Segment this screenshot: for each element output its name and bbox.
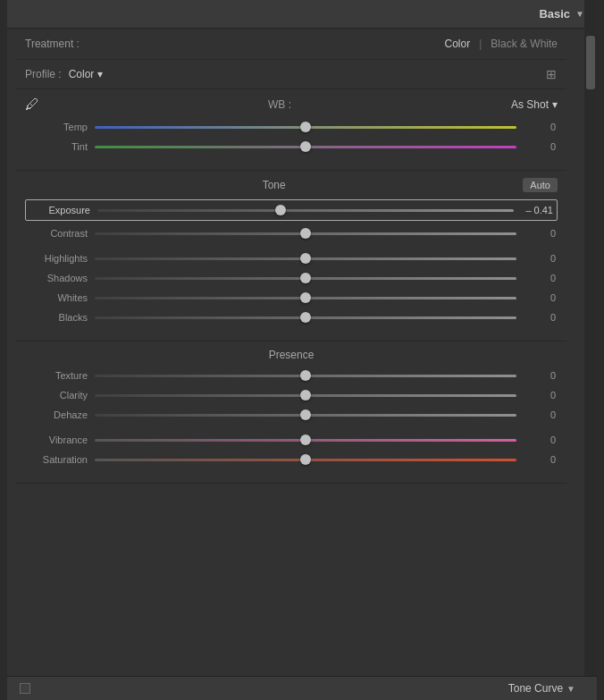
temp-slider[interactable] (95, 120, 516, 134)
vibrance-label: Vibrance (27, 434, 88, 445)
saturation-value: 0 (524, 454, 556, 465)
temp-thumb[interactable] (300, 122, 311, 132)
wb-label: WB : (48, 98, 511, 111)
texture-thumb[interactable] (300, 370, 311, 381)
dehaze-label: Dehaze (27, 409, 88, 420)
tone-header: Tone Auto (25, 178, 558, 192)
texture-track (95, 375, 516, 377)
temp-label: Temp (27, 122, 88, 132)
whites-label: Whites (27, 292, 88, 303)
clarity-value: 0 (524, 390, 556, 401)
blacks-value: 0 (524, 312, 556, 323)
panel-footer: Tone Curve ▼ (7, 676, 597, 700)
exposure-value: – 0.41 (521, 205, 553, 215)
shadows-value: 0 (524, 273, 556, 283)
profile-value-text: Color (69, 68, 95, 80)
shadows-row: Shadows 0 (25, 271, 558, 285)
basic-panel: Basic ▼ Treatment : Color | Black & Whit… (7, 0, 597, 700)
whites-track (95, 297, 516, 299)
contrast-value: 0 (524, 228, 556, 239)
exposure-slider[interactable] (97, 203, 514, 217)
clarity-track (95, 394, 516, 397)
tint-track (95, 146, 516, 148)
saturation-label: Saturation (27, 454, 88, 465)
exposure-thumb[interactable] (275, 205, 286, 215)
wb-dropdown[interactable]: As Shot ▾ (511, 98, 558, 111)
dehaze-row: Dehaze 0 (25, 408, 558, 422)
exposure-row: Exposure – 0.41 (25, 199, 558, 221)
texture-row: Texture 0 (25, 368, 558, 383)
blacks-thumb[interactable] (300, 312, 311, 323)
vibrance-row: Vibrance 0 (25, 433, 558, 447)
contrast-thumb[interactable] (300, 228, 311, 239)
footer-square-icon[interactable] (20, 683, 30, 694)
treatment-row: Treatment : Color | Black & White (16, 29, 566, 60)
tone-section: Tone Auto Exposure – 0.41 Contrast (16, 171, 566, 342)
panel-title: Basic (539, 7, 570, 21)
presence-title: Presence (25, 349, 558, 361)
clarity-label: Clarity (27, 390, 88, 401)
dehaze-value: 0 (524, 409, 556, 420)
panel-header: Basic ▼ (7, 0, 597, 29)
scrollbar[interactable] (584, 0, 597, 700)
highlights-row: Highlights 0 (25, 251, 558, 266)
blacks-slider[interactable] (95, 310, 516, 325)
presence-section: Presence Texture 0 Clarity (16, 342, 566, 484)
profile-dropdown[interactable]: Color ▾ (69, 68, 104, 80)
treatment-separator: | (479, 38, 482, 50)
profile-label: Profile : (25, 68, 62, 80)
whites-row: Whites 0 (25, 291, 558, 305)
vibrance-slider[interactable] (95, 433, 516, 447)
clarity-thumb[interactable] (300, 390, 311, 401)
highlights-thumb[interactable] (300, 253, 311, 264)
exposure-track (97, 209, 514, 212)
scrollbar-thumb[interactable] (586, 36, 595, 89)
whites-thumb[interactable] (300, 292, 311, 303)
saturation-row: Saturation 0 (25, 452, 558, 467)
contrast-row: Contrast 0 (25, 226, 558, 240)
vibrance-value: 0 (524, 434, 556, 445)
highlights-slider[interactable] (95, 251, 516, 266)
auto-button[interactable]: Auto (523, 178, 558, 192)
contrast-slider[interactable] (95, 226, 516, 240)
saturation-slider[interactable] (95, 452, 516, 467)
temp-value: 0 (524, 122, 556, 132)
profile-row: Profile : Color ▾ ⊞ (16, 60, 566, 89)
tint-value: 0 (524, 141, 556, 152)
highlights-label: Highlights (27, 253, 88, 264)
blacks-label: Blacks (27, 312, 88, 323)
texture-slider[interactable] (95, 368, 516, 383)
shadows-thumb[interactable] (300, 273, 311, 283)
highlights-value: 0 (524, 253, 556, 264)
saturation-thumb[interactable] (300, 454, 311, 465)
dehaze-slider[interactable] (95, 408, 516, 422)
whites-slider[interactable] (95, 291, 516, 305)
tint-row: Tint 0 (25, 139, 558, 154)
dehaze-track (95, 414, 516, 417)
shadows-slider[interactable] (95, 271, 516, 285)
tint-slider[interactable] (95, 139, 516, 154)
shadows-track (95, 277, 516, 280)
highlights-track (95, 257, 516, 260)
profile-grid-icon[interactable]: ⊞ (546, 67, 558, 81)
wb-section: 🖊 WB : As Shot ▾ Temp 0 Tint (16, 89, 566, 171)
next-panel-arrow: ▼ (566, 684, 575, 694)
wb-header: 🖊 WB : As Shot ▾ (25, 97, 558, 113)
clarity-slider[interactable] (95, 388, 516, 402)
temp-row: Temp 0 (25, 120, 558, 134)
treatment-label: Treatment : (25, 38, 80, 50)
contrast-track (95, 232, 516, 235)
vibrance-thumb[interactable] (300, 434, 311, 445)
tint-label: Tint (27, 141, 88, 152)
eyedropper-icon[interactable]: 🖊 (25, 97, 39, 113)
treatment-bw-button[interactable]: Black & White (491, 38, 558, 50)
texture-label: Texture (27, 370, 88, 381)
dehaze-thumb[interactable] (300, 409, 311, 420)
tint-thumb[interactable] (300, 141, 311, 152)
next-panel-text: Tone Curve (508, 682, 563, 695)
panel-collapse-arrow[interactable]: ▼ (575, 9, 584, 19)
wb-value-text: As Shot (511, 98, 549, 111)
treatment-color-button[interactable]: Color (444, 38, 470, 50)
saturation-track (95, 459, 516, 461)
next-panel-label[interactable]: Tone Curve ▼ (508, 682, 575, 695)
